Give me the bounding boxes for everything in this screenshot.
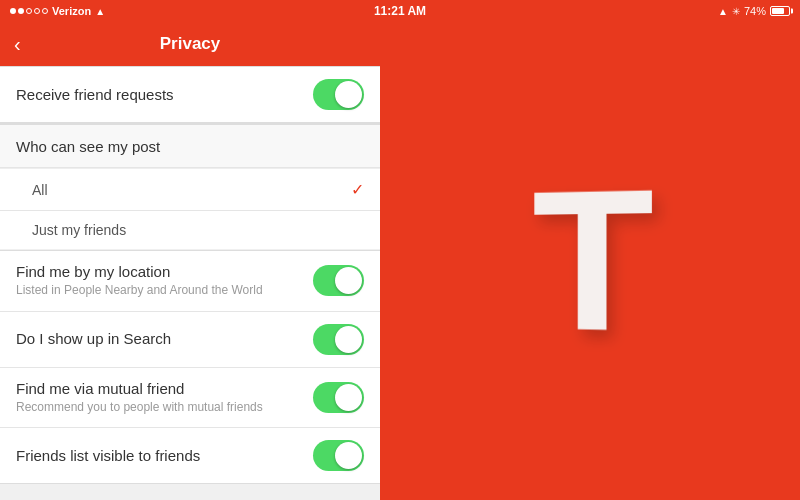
toggle-knob-2	[335, 267, 362, 294]
find-location-subtitle: Listed in People Nearby and Around the W…	[16, 283, 313, 299]
find-location-label: Find me by my location	[16, 263, 170, 280]
find-location-item: Find me by my location Listed in People …	[0, 251, 380, 312]
brand-panel: T	[380, 22, 800, 500]
show-search-item: Do I show up in Search	[0, 312, 380, 368]
option-all[interactable]: All ✓	[0, 168, 380, 211]
back-arrow-icon: ‹	[14, 33, 21, 56]
status-bar: Verizon ▲ 11:21 AM ▲ ✳ 74%	[0, 0, 800, 22]
settings-list: Receive friend requests Who can see my p…	[0, 66, 380, 500]
status-left: Verizon ▲	[10, 5, 105, 17]
back-button[interactable]: ‹	[14, 33, 21, 56]
toggle-knob	[335, 81, 362, 108]
page-title: Privacy	[160, 34, 221, 54]
friends-list-item: Friends list visible to friends	[0, 428, 380, 483]
toggle-knob-3	[335, 326, 362, 353]
wifi-icon: ▲	[95, 6, 105, 17]
toggle-knob-5	[335, 442, 362, 469]
phone-panel: ‹ Privacy Receive friend requests	[0, 22, 380, 500]
main-content: ‹ Privacy Receive friend requests	[0, 22, 800, 500]
friends-list-toggle[interactable]	[313, 440, 364, 471]
mutual-friend-subtitle: Recommend you to people with mutual frie…	[16, 400, 313, 416]
find-location-group: Find me by my location Listed in People …	[0, 250, 380, 484]
show-search-label: Do I show up in Search	[16, 330, 171, 347]
bluetooth-icon: ✳	[732, 6, 740, 17]
battery-icon	[770, 6, 790, 16]
receive-friend-requests-group: Receive friend requests	[0, 66, 380, 123]
option-all-label: All	[32, 182, 48, 198]
mutual-friend-item: Find me via mutual friend Recommend you …	[0, 368, 380, 429]
signal-icon	[10, 8, 48, 14]
battery-fill	[772, 8, 784, 14]
friends-list-label: Friends list visible to friends	[16, 447, 200, 464]
toggle-knob-4	[335, 384, 362, 411]
show-search-toggle[interactable]	[313, 324, 364, 355]
status-right: ▲ ✳ 74%	[718, 5, 790, 17]
mutual-friend-label: Find me via mutual friend	[16, 380, 184, 397]
find-location-toggle[interactable]	[313, 265, 364, 296]
receive-friend-requests-item: Receive friend requests	[0, 67, 380, 122]
nav-header: ‹ Privacy	[0, 22, 380, 66]
receive-friend-requests-label: Receive friend requests	[16, 86, 174, 103]
option-just-friends[interactable]: Just my friends	[0, 211, 380, 249]
location-icon: ▲	[718, 6, 728, 17]
brand-logo: T	[531, 161, 648, 361]
who-can-see-label: Who can see my post	[16, 138, 160, 155]
checkmark-icon: ✓	[351, 180, 364, 199]
receive-friend-requests-toggle[interactable]	[313, 79, 364, 110]
who-can-see-header: Who can see my post	[0, 124, 380, 168]
battery-percent: 74%	[744, 5, 766, 17]
time-display: 11:21 AM	[374, 4, 426, 18]
option-just-friends-label: Just my friends	[32, 222, 126, 238]
who-can-see-group: Who can see my post All ✓ Just my friend…	[0, 124, 380, 249]
brand-letter: T	[533, 159, 650, 362]
carrier-label: Verizon	[52, 5, 91, 17]
mutual-friend-toggle[interactable]	[313, 382, 364, 413]
